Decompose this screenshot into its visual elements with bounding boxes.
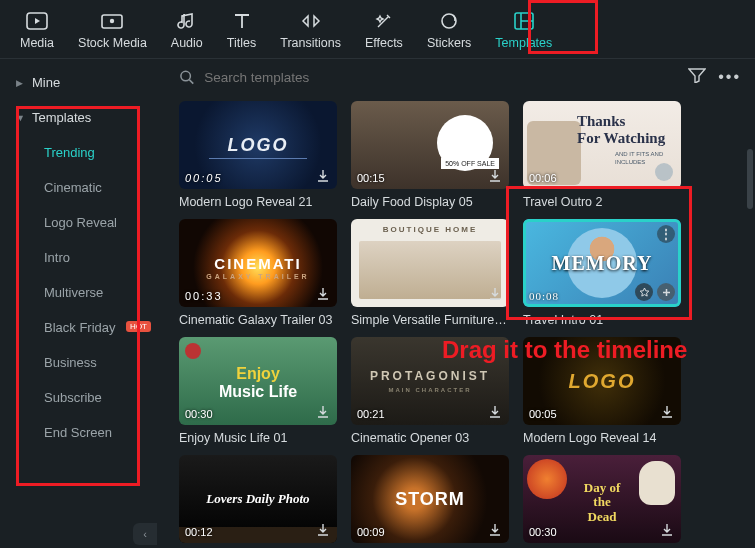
template-thumbnail[interactable]: Lovers Daily Photo 00:12 bbox=[179, 455, 337, 543]
tab-stock-media[interactable]: Stock Media bbox=[66, 6, 159, 58]
chevron-left-icon: ‹ bbox=[143, 528, 147, 540]
template-title: Travel Outro 2 bbox=[523, 195, 681, 209]
audio-icon bbox=[176, 10, 198, 32]
titles-icon bbox=[231, 10, 253, 32]
template-title: Cinematic Galaxy Trailer 03 bbox=[179, 313, 337, 327]
add-button[interactable] bbox=[657, 283, 675, 301]
template-card[interactable]: Lovers Daily Photo 00:12 bbox=[179, 455, 337, 543]
tab-titles[interactable]: Titles bbox=[215, 6, 268, 58]
sidebar-item-multiverse[interactable]: Multiverse bbox=[0, 275, 165, 310]
tab-transitions[interactable]: Transitions bbox=[268, 6, 353, 58]
download-icon[interactable] bbox=[487, 168, 503, 184]
duration-label: 00:09 bbox=[357, 526, 385, 538]
template-card[interactable]: Enjoy Music Life 00:30 Enjoy Music Life … bbox=[179, 337, 337, 445]
duration-label: 00:30 bbox=[529, 526, 557, 538]
template-thumbnail[interactable]: 50% OFF SALE 00:15 bbox=[351, 101, 509, 189]
sidebar: ▶ Mine ▼ Templates Trending Cinematic Lo… bbox=[0, 59, 165, 548]
tab-media[interactable]: Media bbox=[8, 6, 66, 58]
search-icon bbox=[179, 69, 194, 85]
annotation-text: Drag it to the timeline bbox=[442, 336, 687, 364]
content-area: ••• LOGO 00:05 Modern Logo Reveal 21 50%… bbox=[165, 59, 755, 548]
download-icon[interactable] bbox=[659, 522, 675, 538]
download-icon[interactable] bbox=[659, 404, 675, 420]
template-thumbnail[interactable]: ThanksFor Watching AND IT FITS AND INCLU… bbox=[523, 101, 681, 189]
template-card[interactable]: MEMORY ⋮ 00:08 Travel Intro 01 bbox=[523, 219, 681, 327]
svg-point-5 bbox=[181, 71, 191, 81]
duration-label: 00:30 bbox=[185, 408, 213, 420]
duration-label: 00:05 bbox=[529, 408, 557, 420]
template-thumbnail[interactable]: MEMORY ⋮ 00:08 bbox=[523, 219, 681, 307]
template-card[interactable]: ThanksFor Watching AND IT FITS AND INCLU… bbox=[523, 101, 681, 209]
tab-templates[interactable]: Templates bbox=[483, 6, 564, 58]
template-card[interactable]: BOUTIQUE HOME Simple Versatile Furniture… bbox=[351, 219, 509, 327]
template-title: Simple Versatile Furniture Intro 01 bbox=[351, 313, 509, 327]
search-bar: ••• bbox=[165, 59, 755, 95]
svg-marker-1 bbox=[35, 18, 40, 24]
sidebar-item-logo-reveal[interactable]: Logo Reveal bbox=[0, 205, 165, 240]
template-title: Travel Intro 01 bbox=[523, 313, 681, 327]
download-icon[interactable] bbox=[315, 404, 331, 420]
duration-label: 00:15 bbox=[357, 172, 385, 184]
template-title: Cinematic Opener 03 bbox=[351, 431, 509, 445]
duration-label: 00:12 bbox=[185, 526, 213, 538]
download-icon[interactable] bbox=[315, 286, 331, 302]
download-icon[interactable] bbox=[487, 404, 503, 420]
search-input[interactable] bbox=[204, 70, 688, 85]
duration-label: 00:21 bbox=[357, 408, 385, 420]
sidebar-item-intro[interactable]: Intro bbox=[0, 240, 165, 275]
duration-label: 00:08 bbox=[529, 290, 559, 302]
template-thumbnail[interactable]: CINEMATI GALAXY TRAILER 00:33 bbox=[179, 219, 337, 307]
templates-grid: LOGO 00:05 Modern Logo Reveal 21 50% OFF… bbox=[165, 95, 755, 548]
chevron-down-icon: ▼ bbox=[16, 113, 26, 123]
scrollbar[interactable] bbox=[747, 149, 753, 209]
media-icon bbox=[26, 10, 48, 32]
template-thumbnail[interactable]: LOGO 00:05 bbox=[179, 101, 337, 189]
hot-badge: HOT bbox=[126, 321, 151, 332]
template-thumbnail[interactable]: STORM 00:09 bbox=[351, 455, 509, 543]
download-icon[interactable] bbox=[487, 522, 503, 538]
template-thumbnail[interactable]: BOUTIQUE HOME bbox=[351, 219, 509, 307]
templates-icon bbox=[513, 10, 535, 32]
duration-label: 00:33 bbox=[185, 290, 223, 302]
template-title: Daily Food Display 05 bbox=[351, 195, 509, 209]
more-icon[interactable]: ⋮ bbox=[657, 225, 675, 243]
favorite-button[interactable] bbox=[635, 283, 653, 301]
sidebar-item-business[interactable]: Business bbox=[0, 345, 165, 380]
download-icon[interactable] bbox=[315, 522, 331, 538]
template-card[interactable]: 50% OFF SALE 00:15 Daily Food Display 05 bbox=[351, 101, 509, 209]
tab-effects[interactable]: Effects bbox=[353, 6, 415, 58]
tab-stickers[interactable]: Stickers bbox=[415, 6, 483, 58]
template-card[interactable]: Day oftheDead 00:30 bbox=[523, 455, 681, 543]
template-card[interactable]: CINEMATI GALAXY TRAILER 00:33 Cinematic … bbox=[179, 219, 337, 327]
template-thumbnail[interactable]: Day oftheDead 00:30 bbox=[523, 455, 681, 543]
stickers-icon bbox=[438, 10, 460, 32]
sidebar-item-end-screen[interactable]: End Screen bbox=[0, 415, 165, 450]
download-icon[interactable] bbox=[487, 286, 503, 302]
download-icon[interactable] bbox=[315, 168, 331, 184]
filter-button[interactable] bbox=[688, 67, 706, 87]
duration-label: 00:06 bbox=[529, 172, 557, 184]
sidebar-item-trending[interactable]: Trending bbox=[0, 135, 165, 170]
sidebar-item-templates[interactable]: ▼ Templates bbox=[0, 100, 165, 135]
svg-point-2 bbox=[110, 19, 114, 23]
sidebar-collapse-button[interactable]: ‹ bbox=[133, 523, 157, 545]
chevron-right-icon: ▶ bbox=[16, 78, 26, 88]
more-button[interactable]: ••• bbox=[718, 68, 741, 86]
stock-media-icon bbox=[101, 10, 123, 32]
tab-audio[interactable]: Audio bbox=[159, 6, 215, 58]
template-thumbnail[interactable]: Enjoy Music Life 00:30 bbox=[179, 337, 337, 425]
top-tabs: Media Stock Media Audio Titles Transitio… bbox=[0, 0, 755, 59]
template-title: Modern Logo Reveal 21 bbox=[179, 195, 337, 209]
sidebar-item-mine[interactable]: ▶ Mine bbox=[0, 65, 165, 100]
sidebar-item-subscribe[interactable]: Subscribe bbox=[0, 380, 165, 415]
sidebar-item-cinematic[interactable]: Cinematic bbox=[0, 170, 165, 205]
template-card[interactable]: STORM 00:09 bbox=[351, 455, 509, 543]
sidebar-item-black-friday[interactable]: Black FridayHOT bbox=[0, 310, 165, 345]
effects-icon bbox=[373, 10, 395, 32]
template-title: Enjoy Music Life 01 bbox=[179, 431, 337, 445]
duration-label: 00:05 bbox=[185, 172, 223, 184]
template-card[interactable]: LOGO 00:05 Modern Logo Reveal 21 bbox=[179, 101, 337, 209]
transitions-icon bbox=[300, 10, 322, 32]
template-title: Modern Logo Reveal 14 bbox=[523, 431, 681, 445]
